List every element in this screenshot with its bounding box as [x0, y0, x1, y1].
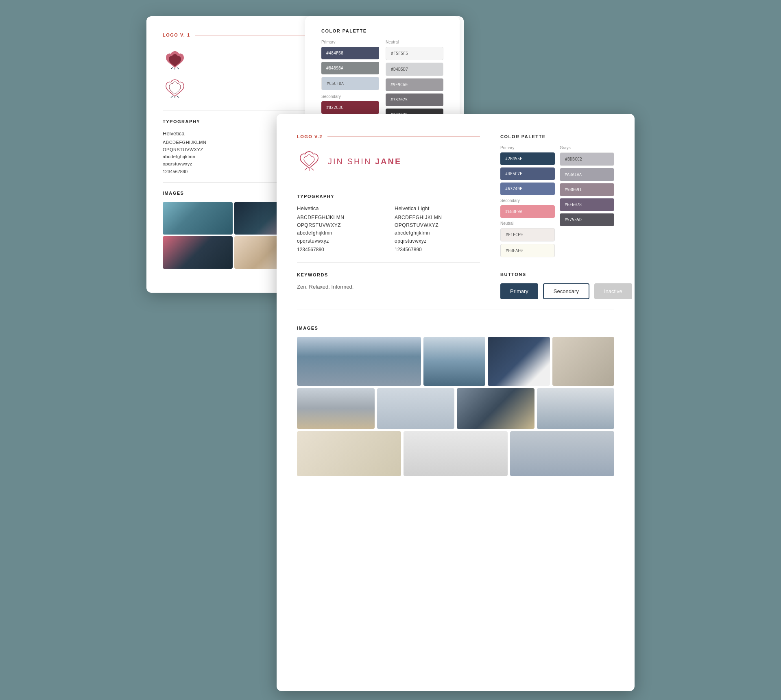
card2-top-row: LOGO V.2 JIN SHIN JANE: [297, 134, 614, 299]
alpha-lower-v2-h: abcdefghijklmnopqrstuvwxyz: [297, 229, 382, 245]
images-section-v2: IMAGES: [297, 326, 614, 476]
image-row-3: [297, 431, 614, 476]
lotus-filled-icon: [163, 50, 187, 70]
alpha-upper-v2-light: ABCDEFGHIJKLMNOPQRSTUVWXYZ: [395, 214, 480, 229]
swatch-v2-a3a1aa: #A3A1AA: [560, 168, 614, 181]
svg-line-2: [177, 67, 179, 69]
keywords-text: Zen. Relaxed. Informed.: [297, 284, 480, 290]
palette-v2-cols: Primary #2B455E #4E5C7E #63749E Secondar…: [500, 146, 614, 260]
swatch-v2-988691: #988691: [560, 183, 614, 196]
images-title-v2: IMAGES: [297, 326, 614, 330]
swatch-v2-2b455e: #2B455E: [500, 152, 555, 165]
font-name-v2-h: Helvetica: [297, 205, 382, 211]
palette-primary-label: Primary: [321, 40, 379, 44]
card2-left: LOGO V.2 JIN SHIN JANE: [297, 134, 480, 299]
type-item-v2-helvetica: Helvetica ABCDEFGHIJKLMNOPQRSTUVWXYZ abc…: [297, 205, 382, 252]
logo-v2-divider-line: [327, 137, 480, 137]
primary-button[interactable]: Primary: [500, 283, 538, 299]
image-mountains: [423, 337, 485, 386]
buttons-row: Primary Secondary Inactive: [500, 283, 614, 299]
swatch-c5cfda: #C5CFDA: [321, 77, 379, 90]
image-water: [163, 202, 233, 235]
image-white-stones: [404, 431, 508, 476]
svg-line-0: [171, 67, 173, 69]
swatch-737075: #737075: [386, 93, 443, 106]
typography-section-v2: TYPOGRAPHY Helvetica ABCDEFGHIJKLMNOPQRS…: [297, 194, 480, 252]
swatch-v2-6f6078: #6F6078: [560, 198, 614, 211]
svg-line-12: [305, 168, 307, 170]
swatch-v2-f1ece9: #F1ECE9: [500, 228, 555, 241]
logo-v2-main: JIN SHIN JANE: [297, 151, 480, 172]
image-ocean: [537, 388, 615, 429]
swatch-v2-e88f9a: #E88F9A: [500, 205, 555, 218]
image-row-2: [297, 388, 614, 429]
swatch-v2-63749e: #63749E: [500, 183, 555, 195]
palette-v2-grays-label: Grays: [560, 146, 614, 150]
keywords-section: KEYWORDS Zen. Relaxed. Informed.: [297, 272, 480, 290]
swatch-v2-4e5c7e: #4E5C7E: [500, 167, 555, 180]
lotus-v2-icon: [297, 151, 321, 172]
swatch-v2-bdbcc2: #BDBCC2: [560, 152, 614, 166]
numbers-v2-h: 1234567890: [297, 247, 382, 252]
image-calm-water: [510, 431, 614, 476]
logo-v2-header: LOGO V.2: [297, 134, 480, 139]
swatch-484f68: #484F68: [321, 47, 379, 59]
palette-v2-neutral-label: Neutral: [500, 221, 555, 226]
buttons-title: BUTTONS: [500, 272, 614, 277]
svg-line-6: [171, 96, 173, 98]
image-grass: [297, 388, 375, 429]
logo-v2-text: JIN SHIN JANE: [328, 157, 401, 166]
alpha-lower-v2-light: abcdefghijklmnopqrstuvwxyz: [395, 229, 480, 245]
palette-v2-left-col: Primary #2B455E #4E5C7E #63749E Secondar…: [500, 146, 555, 260]
svg-line-14: [312, 168, 314, 170]
swatch-v2-57555d: #57555D: [560, 213, 614, 226]
color-palette-title-v2: COLOR PALETTE: [500, 134, 614, 139]
logo-v2-label: LOGO V.2: [297, 134, 323, 139]
lotus-outline-icon: [163, 78, 187, 98]
buttons-section: BUTTONS Primary Secondary Inactive: [500, 272, 614, 299]
image-sand-zen: [297, 431, 401, 476]
cards-container: LOGO V. 1: [146, 16, 635, 667]
alpha-upper-v2-h: ABCDEFGHIJKLMNOPQRSTUVWXYZ: [297, 214, 382, 229]
card2-right: COLOR PALETTE Primary #2B455E #4E5C7E #6…: [500, 134, 614, 299]
swatch-822c3c: #822C3C: [321, 101, 379, 114]
image-zen-stones: [457, 388, 534, 429]
type-grid-v2: Helvetica ABCDEFGHIJKLMNOPQRSTUVWXYZ abc…: [297, 205, 480, 252]
palette-neutral-label: Neutral: [386, 40, 443, 44]
palette-title-v1: COLOR PALETTE: [321, 28, 443, 33]
logo-item-3: [163, 78, 301, 98]
image-lotus-pink: [163, 236, 233, 269]
swatch-9e9ca0: #9E9CA0: [386, 78, 443, 91]
keywords-title: KEYWORDS: [297, 272, 480, 277]
image-tree: [297, 337, 421, 386]
numbers-v2-light: 1234567890: [395, 247, 480, 252]
swatch-84898a: #84898A: [321, 62, 379, 74]
card-logo-v2: LOGO V.2 JIN SHIN JANE: [277, 114, 635, 691]
secondary-button[interactable]: Secondary: [543, 283, 589, 299]
logo-jane: JANE: [375, 157, 401, 166]
image-row-1: [297, 337, 614, 386]
image-white-lotus: [488, 337, 550, 386]
font-name-v2-light: Helvetica Light: [395, 205, 480, 211]
swatch-d4d5d7: #D4D5D7: [386, 63, 443, 76]
image-stones-beach: [552, 337, 614, 386]
palette-v2-primary-label: Primary: [500, 146, 555, 150]
palette-v2-grays-col: Grays #BDBCC2 #A3A1AA #988691 #6F6078 #5…: [560, 146, 614, 260]
inactive-button: Inactive: [594, 283, 632, 299]
image-mist: [377, 388, 455, 429]
swatch-f5f5f5: #F5F5F5: [386, 47, 443, 60]
typography-title-v2: TYPOGRAPHY: [297, 194, 480, 199]
logo-jin-shin: JIN SHIN: [328, 157, 375, 166]
type-item-v2-light: Helvetica Light ABCDEFGHIJKLMNOPQRSTUVWX…: [395, 205, 480, 252]
swatch-v2-fbfaf0: #FBFAF0: [500, 244, 555, 257]
svg-line-8: [177, 96, 179, 98]
logo-v1-label: LOGO V. 1: [163, 33, 190, 37]
palette-secondary-label-v1: Secondary: [321, 94, 379, 99]
logo-item-1: [163, 50, 301, 70]
palette-v2-secondary-label: Secondary: [500, 198, 555, 203]
